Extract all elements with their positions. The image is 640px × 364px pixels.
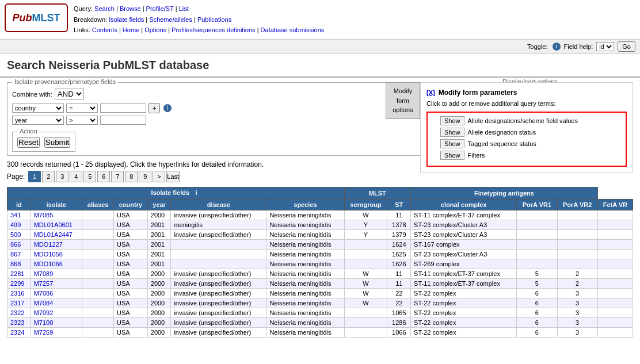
table-cell: USA [113, 220, 147, 230]
table-cell [82, 298, 114, 308]
row-isolate-link[interactable]: MDO1066 [34, 260, 63, 267]
field-select-2[interactable]: year [12, 116, 64, 125]
show-btn-1[interactable]: Show [440, 128, 464, 137]
page-btn-5[interactable]: 5 [83, 171, 96, 182]
row-isolate-link[interactable]: M7257 [34, 280, 54, 287]
table-cell: USA [113, 259, 147, 269]
page-buttons: 123456789>Last [28, 171, 180, 182]
row-id-link[interactable]: 341 [10, 212, 21, 219]
breakdown-label: Breakdown: [74, 16, 107, 23]
isolate-fields-header: Isolate fields i [7, 187, 345, 200]
table-cell [517, 259, 557, 269]
table-cell: 1066 [387, 328, 411, 338]
link-browse[interactable]: Browse [120, 5, 141, 12]
row-id-link[interactable]: 866 [10, 241, 21, 248]
table-cell: invasive (unspecified/other) [171, 298, 266, 308]
modify-form-options-button[interactable]: Modifyformoptions [386, 82, 420, 119]
table-cell: 2001 [147, 220, 171, 230]
value-input-1[interactable]: USA [100, 104, 146, 113]
isolate-fields-info-icon[interactable]: i [192, 189, 200, 197]
page-last-btn[interactable]: Last [166, 171, 180, 182]
show-btn-2[interactable]: Show [440, 139, 464, 148]
table-cell: 6 [517, 318, 557, 328]
link-scheme-alleles[interactable]: Scheme/alleles [149, 16, 192, 23]
row-id-link[interactable]: 2323 [10, 319, 24, 326]
link-list[interactable]: List [179, 5, 189, 12]
page-btn-4[interactable]: 4 [70, 171, 82, 182]
field-help-select[interactable]: id [596, 42, 614, 51]
row-isolate-link[interactable]: M7092 [34, 309, 54, 316]
value-input-2[interactable]: 1999 [100, 116, 146, 125]
row-isolate-link[interactable]: MDO1227 [34, 241, 63, 248]
row-id-link[interactable]: 2316 [10, 290, 24, 297]
page-btn-2[interactable]: 2 [42, 171, 55, 182]
operator-select-2[interactable]: > [66, 116, 98, 125]
row-id-link[interactable]: 2324 [10, 329, 24, 336]
row-id-link[interactable]: 2317 [10, 300, 24, 306]
row-isolate-link[interactable]: M7100 [34, 319, 54, 326]
submit-button[interactable]: Submit [44, 137, 70, 148]
table-cell: 2 [557, 269, 597, 279]
row-id-link[interactable]: 500 [10, 231, 21, 238]
row-id-link[interactable]: 499 [10, 221, 21, 228]
link-search[interactable]: Search [94, 5, 115, 12]
page-btn-8[interactable]: 8 [125, 171, 138, 182]
modify-item-label-0: Allele designations/scheme field values [468, 117, 578, 124]
col-header-PorA-VR1: PorA VR1 [517, 200, 557, 210]
row-isolate-link[interactable]: M7086 [34, 290, 54, 297]
link-profile-st[interactable]: Profile/ST [146, 5, 174, 12]
row-id-link[interactable]: 2281 [10, 270, 24, 277]
table-cell [82, 269, 114, 279]
table-cell: Neisseria meningitidis [266, 328, 344, 338]
table-cell: Neisseria meningitidis [266, 318, 344, 328]
modify-item-2: ShowTagged sequence status [440, 139, 622, 148]
table-cell [171, 250, 266, 259]
add-field-button[interactable]: + [148, 103, 160, 113]
table-cell: Neisseria meningitidis [266, 220, 344, 230]
row-id-link[interactable]: 868 [10, 260, 21, 267]
page-btn-6[interactable]: 6 [97, 171, 110, 182]
page-btn-9[interactable]: 9 [139, 171, 151, 182]
page-btn-7[interactable]: 7 [111, 171, 124, 182]
row-isolate-link[interactable]: MDO1056 [34, 251, 63, 258]
table-cell: USA [113, 230, 147, 240]
col-header-isolate: isolate [31, 200, 82, 210]
field-select-1[interactable]: country [12, 104, 64, 113]
page-btn-1[interactable]: 1 [28, 171, 41, 182]
combine-select[interactable]: AND [55, 89, 84, 99]
col-header-FetA-VR: FetA VR [597, 200, 633, 210]
row-id-link[interactable]: 2299 [10, 280, 24, 287]
link-isolate-fields[interactable]: Isolate fields [109, 16, 144, 23]
operator-select-1[interactable]: = [66, 104, 98, 113]
row-isolate-link[interactable]: M7084 [34, 300, 54, 306]
row-isolate-link[interactable]: M7089 [34, 270, 54, 277]
link-home[interactable]: Home [123, 26, 139, 33]
link-contents[interactable]: Contents [92, 26, 117, 33]
toggle-icon[interactable]: i [553, 43, 561, 51]
row-isolate-link[interactable]: M7085 [34, 212, 54, 219]
link-publications[interactable]: Publications [197, 16, 231, 23]
row-id-link[interactable]: 2322 [10, 309, 24, 316]
table-cell [597, 240, 633, 250]
row-id-link[interactable]: 867 [10, 251, 21, 258]
table-cell [82, 279, 114, 289]
row-isolate-link[interactable]: MDL01A0601 [34, 221, 73, 228]
show-btn-0[interactable]: Show [440, 116, 464, 125]
page-btn-3[interactable]: 3 [56, 171, 68, 182]
link-options[interactable]: Options [144, 26, 166, 33]
row-isolate-link[interactable]: M7259 [34, 329, 54, 336]
modify-panel-close[interactable]: [X] [426, 89, 435, 96]
page-next-btn[interactable]: > [153, 171, 165, 182]
table-cell: 3 [557, 328, 597, 338]
table-cell: 5 [517, 269, 557, 279]
link-profiles-sequences[interactable]: Profiles/sequences definitions [172, 26, 256, 33]
go-button[interactable]: Go [618, 41, 635, 52]
logo-text: PubMLST [13, 12, 60, 24]
table-cell [597, 250, 633, 259]
field-info-icon[interactable]: i [163, 104, 172, 112]
header-links: Query: Search | Browse | Profile/ST | Li… [74, 3, 324, 36]
row-isolate-link[interactable]: MDL01A2447 [34, 231, 73, 238]
link-db-submissions[interactable]: Database submissions [261, 26, 325, 33]
reset-button[interactable]: Reset [17, 137, 40, 148]
show-btn-3[interactable]: Show [440, 151, 464, 160]
